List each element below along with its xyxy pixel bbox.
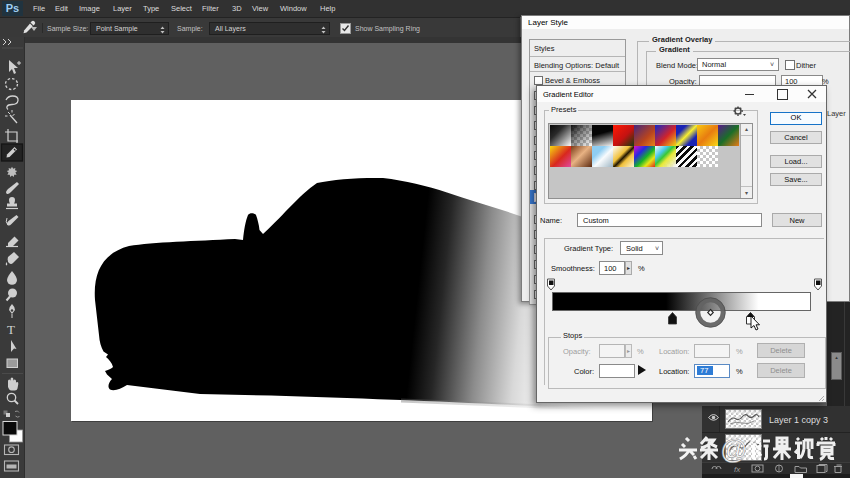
svg-text:T: T (7, 322, 15, 337)
svg-text:@: @ (720, 435, 747, 465)
